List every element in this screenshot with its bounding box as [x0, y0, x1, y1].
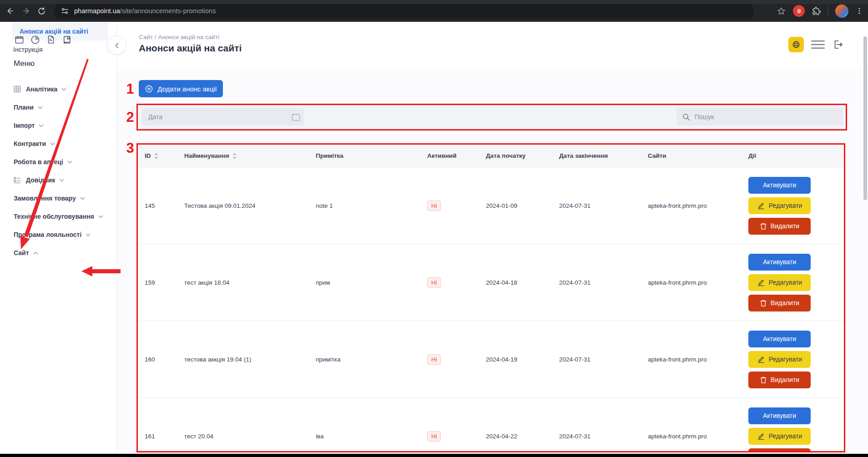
back-icon[interactable] — [3, 3, 18, 19]
sort-icon[interactable] — [232, 153, 237, 159]
table-row: 160 тестова аккція 19.04 (1) примітка Ні… — [138, 321, 844, 398]
book-icon[interactable] — [61, 34, 72, 45]
column-header[interactable]: Дата початку — [486, 145, 559, 167]
cell-end-date: 2024-07-31 — [559, 321, 648, 397]
breadcrumb[interactable]: Сайт / Анонси акцій на сайті — [139, 34, 242, 40]
column-header[interactable]: Активний — [427, 145, 486, 167]
delete-button-label: Видалити — [771, 222, 799, 230]
logout-icon[interactable] — [832, 39, 844, 50]
table-row: 159 тест акція 18.04 прим Ні 2024-04-18 … — [138, 244, 844, 321]
sidebar-item-label: Робота в аптеці — [14, 158, 63, 166]
cell-id: 160 — [145, 321, 184, 397]
cell-name: Тестова акція 09.01.2024 — [184, 167, 316, 244]
filter-bar — [136, 104, 847, 131]
language-globe-button[interactable] — [788, 37, 804, 52]
sidebar-collapse-button[interactable] — [107, 36, 126, 55]
sidebar-item-робота-в-аптеці[interactable]: Робота в аптеці — [0, 153, 116, 171]
add-announcement-button[interactable]: Додати анонс акції — [139, 80, 223, 97]
sidebar-item-програма-лояльності[interactable]: Програма лояльності — [0, 226, 116, 244]
activate-button[interactable]: Активувати — [748, 177, 811, 194]
chevron-down-icon — [39, 124, 44, 127]
url-bar[interactable]: pharmapoint.ua/site/announcements-promot… — [54, 4, 754, 19]
sidebar-item-label: Програма лояльності — [14, 231, 81, 238]
sidebar-item-плани[interactable]: Плани — [0, 98, 116, 116]
column-header[interactable]: Сайти — [648, 145, 748, 167]
plus-circle-icon — [145, 85, 153, 93]
search-input[interactable] — [676, 108, 843, 126]
delete-button[interactable]: Видалити — [748, 295, 811, 311]
cell-name: тест 20.04 — [184, 398, 316, 452]
bookmark-star-icon[interactable] — [777, 6, 786, 16]
sidebar-item-замовлення-товару[interactable]: Замовлення товару — [0, 189, 116, 207]
cell-note: прим — [316, 244, 427, 321]
date-filter-input[interactable] — [142, 108, 304, 126]
document-icon[interactable] — [45, 34, 56, 45]
column-header-label: Дата закінчення — [559, 152, 608, 159]
sidebar-item-контракти[interactable]: Контракти — [0, 135, 116, 153]
cell-note: note 1 — [316, 167, 427, 244]
column-header[interactable]: Дата закінчення — [559, 145, 648, 167]
browser-toolbar: pharmapoint.ua/site/announcements-promot… — [0, 0, 868, 22]
delete-button[interactable]: Видалити — [748, 372, 811, 388]
forward-icon[interactable] — [18, 3, 34, 19]
sidebar-item-label: Сайт — [14, 249, 29, 256]
announcements-table: ID Найменування Примітка Активний Дата п… — [136, 143, 845, 452]
sidebar-menu: Аналітика Плани Імпорт Контракти Робота … — [0, 80, 116, 262]
page-scrollbar[interactable] — [863, 36, 867, 200]
chevron-down-icon — [86, 233, 91, 236]
sidebar-item-технічне-обслуговування[interactable]: Технічне обслуговування — [0, 207, 116, 226]
activate-button-label: Активувати — [763, 181, 796, 189]
delete-button[interactable]: Видалити — [748, 218, 811, 235]
chevron-down-icon — [98, 215, 103, 218]
cell-note: іва — [316, 398, 427, 452]
sidebar-item-сайт[interactable]: Сайт — [0, 244, 116, 262]
hamburger-menu-icon[interactable] — [811, 40, 825, 49]
activate-button[interactable]: Активувати — [748, 254, 811, 271]
grid-icon — [14, 85, 21, 93]
pie-chart-icon[interactable] — [30, 34, 40, 45]
status-badge: Ні — [427, 354, 441, 365]
edit-button[interactable]: Редагувати — [748, 197, 811, 214]
adblock-extension-icon[interactable] — [793, 5, 805, 17]
column-header[interactable]: Найменування — [184, 145, 316, 167]
edit-button[interactable]: Редагувати — [748, 428, 811, 445]
list-icon — [14, 176, 21, 184]
activate-button-label: Активувати — [763, 335, 796, 342]
sidebar-item-аналітика[interactable]: Аналітика — [0, 80, 116, 98]
activate-button[interactable]: Активувати — [748, 331, 811, 347]
cell-start-date: 2024-04-19 — [486, 321, 559, 397]
table-row: 161 тест 20.04 іва Ні 2024-04-22 2024-07… — [138, 398, 844, 452]
chevron-down-icon — [50, 142, 55, 146]
cell-name: тестова аккція 19.04 (1) — [184, 321, 316, 397]
profile-avatar[interactable] — [835, 5, 848, 18]
column-header-label: Найменування — [184, 152, 229, 159]
column-header[interactable]: Дії — [748, 145, 844, 167]
table-header-row: ID Найменування Примітка Активний Дата п… — [138, 145, 844, 167]
archive-icon[interactable] — [14, 34, 25, 45]
edit-button[interactable]: Редагувати — [748, 274, 811, 291]
sidebar-item-довідник[interactable]: Довідник — [0, 171, 116, 189]
sidebar-item-імпорт[interactable]: Імпорт — [0, 116, 116, 135]
page-title: Анонси акцій на сайті — [139, 43, 242, 54]
column-header[interactable]: ID — [145, 145, 184, 167]
column-header-label: Сайти — [648, 152, 666, 159]
sidebar-item-label: Контракти — [14, 140, 46, 147]
column-header[interactable]: Примітка — [316, 145, 427, 167]
sidebar-item-label: Імпорт — [14, 122, 35, 129]
extensions-puzzle-icon[interactable] — [812, 6, 821, 16]
edit-button[interactable]: Редагувати — [748, 351, 811, 368]
cell-start-date: 2024-04-18 — [486, 244, 559, 321]
cell-name: тест акція 18.04 — [184, 244, 316, 321]
url-host: pharmapoint.ua — [74, 7, 120, 15]
table-body: 145 Тестова акція 09.01.2024 note 1 Ні 2… — [138, 167, 844, 452]
sort-icon[interactable] — [154, 153, 158, 159]
add-announcement-label: Додати анонс акції — [157, 85, 217, 93]
cell-site: apteka-front.phrm.pro — [648, 398, 748, 452]
chevron-down-icon — [38, 106, 43, 109]
bottom-black-bar — [0, 454, 868, 457]
chrome-menu-icon[interactable] — [855, 7, 863, 15]
delete-button-label: Видалити — [771, 299, 799, 306]
activate-button[interactable]: Активувати — [748, 407, 811, 424]
delete-button[interactable]: Видалити — [748, 448, 811, 453]
reload-icon[interactable] — [34, 3, 49, 19]
